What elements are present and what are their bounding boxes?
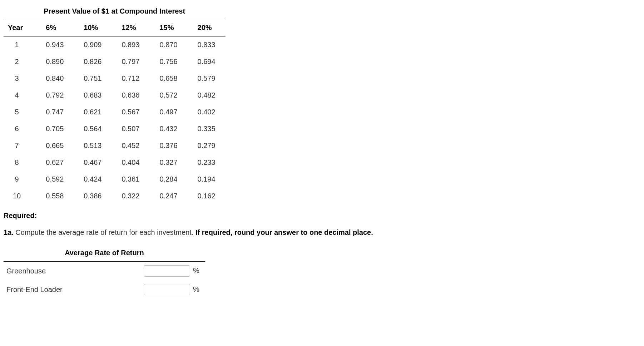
pv-cell: 0.747 <box>36 104 74 120</box>
pv-cell: 0.386 <box>74 188 112 204</box>
arr-label-greenhouse: Greenhouse <box>4 262 141 280</box>
pv-cell: 0.621 <box>74 104 112 120</box>
year-cell: 6 <box>4 120 36 137</box>
arr-table: Average Rate of Return Greenhouse % Fron… <box>4 245 205 299</box>
year-cell: 4 <box>4 87 36 104</box>
pv-col-12: 12% <box>112 19 149 36</box>
pv-cell: 0.572 <box>149 87 187 104</box>
pv-col-20: 20% <box>188 19 226 36</box>
table-row: 70.6650.5130.4520.3760.279 <box>4 137 226 154</box>
front-end-loader-input[interactable] <box>144 284 190 295</box>
pv-cell: 0.683 <box>74 87 112 104</box>
pv-cell: 0.162 <box>188 188 226 204</box>
required-label: Required: <box>4 212 640 220</box>
pv-cell: 0.592 <box>36 171 74 188</box>
pv-cell: 0.756 <box>149 53 187 70</box>
pv-cell: 0.376 <box>149 137 187 154</box>
pv-cell: 0.893 <box>112 36 149 54</box>
year-cell: 10 <box>4 188 36 204</box>
percent-sign: % <box>193 267 199 275</box>
pv-cell: 0.361 <box>112 171 149 188</box>
pv-cell: 0.279 <box>188 137 226 154</box>
pv-cell: 0.833 <box>188 36 226 54</box>
pv-col-year: Year <box>4 19 36 36</box>
pv-cell: 0.404 <box>112 154 149 171</box>
year-cell: 2 <box>4 53 36 70</box>
pv-cell: 0.694 <box>188 53 226 70</box>
pv-cell: 0.497 <box>149 104 187 120</box>
table-row: 80.6270.4670.4040.3270.233 <box>4 154 226 171</box>
year-cell: 1 <box>4 36 36 54</box>
pv-cell: 0.194 <box>188 171 226 188</box>
pv-cell: 0.826 <box>74 53 112 70</box>
pv-table: Present Value of $1 at Compound Interest… <box>4 4 226 204</box>
pv-cell: 0.322 <box>112 188 149 204</box>
pv-cell: 0.751 <box>74 70 112 87</box>
percent-sign: % <box>193 285 199 293</box>
pv-cell: 0.712 <box>112 70 149 87</box>
pv-cell: 0.513 <box>74 137 112 154</box>
year-cell: 8 <box>4 154 36 171</box>
pv-cell: 0.335 <box>188 120 226 137</box>
year-cell: 3 <box>4 70 36 87</box>
pv-cell: 0.507 <box>112 120 149 137</box>
greenhouse-input[interactable] <box>144 265 190 277</box>
table-row: 30.8400.7510.7120.6580.579 <box>4 70 226 87</box>
pv-cell: 0.840 <box>36 70 74 87</box>
arr-table-caption: Average Rate of Return <box>4 245 205 262</box>
pv-headers-row: Year 6% 10% 12% 15% 20% <box>4 19 226 36</box>
year-cell: 9 <box>4 171 36 188</box>
year-cell: 7 <box>4 137 36 154</box>
table-row: 100.5580.3860.3220.2470.162 <box>4 188 226 204</box>
pv-cell: 0.467 <box>74 154 112 171</box>
table-row: 20.8900.8260.7970.7560.694 <box>4 53 226 70</box>
pv-cell: 0.432 <box>149 120 187 137</box>
pv-cell: 0.284 <box>149 171 187 188</box>
pv-col-6: 6% <box>36 19 74 36</box>
pv-table-caption: Present Value of $1 at Compound Interest <box>4 4 226 19</box>
pv-cell: 0.247 <box>149 188 187 204</box>
arr-input-cell: % <box>141 262 205 280</box>
question-bold: If required, round your answer to one de… <box>195 228 373 236</box>
pv-cell: 0.705 <box>36 120 74 137</box>
pv-cell: 0.658 <box>149 70 187 87</box>
question-1a: 1a. Compute the average rate of return f… <box>4 228 640 237</box>
arr-label-front-end-loader: Front-End Loader <box>4 280 141 299</box>
pv-cell: 0.870 <box>149 36 187 54</box>
pv-cell: 0.327 <box>149 154 187 171</box>
pv-cell: 0.564 <box>74 120 112 137</box>
pv-tbody: 10.9430.9090.8930.8700.83320.8900.8260.7… <box>4 36 226 205</box>
pv-cell: 0.636 <box>112 87 149 104</box>
pv-cell: 0.233 <box>188 154 226 171</box>
arr-input-cell: % <box>141 280 205 299</box>
pv-cell: 0.558 <box>36 188 74 204</box>
table-row: 90.5920.4240.3610.2840.194 <box>4 171 226 188</box>
pv-cell: 0.890 <box>36 53 74 70</box>
table-row: 10.9430.9090.8930.8700.833 <box>4 36 226 54</box>
pv-cell: 0.943 <box>36 36 74 54</box>
table-row: 50.7470.6210.5670.4970.402 <box>4 104 226 120</box>
pv-cell: 0.567 <box>112 104 149 120</box>
table-row: 60.7050.5640.5070.4320.335 <box>4 120 226 137</box>
pv-cell: 0.579 <box>188 70 226 87</box>
pv-cell: 0.665 <box>36 137 74 154</box>
pv-cell: 0.424 <box>74 171 112 188</box>
question-body: Compute the average rate of return for e… <box>14 228 195 236</box>
pv-cell: 0.627 <box>36 154 74 171</box>
pv-cell: 0.792 <box>36 87 74 104</box>
year-cell: 5 <box>4 104 36 120</box>
arr-row-front-end-loader: Front-End Loader % <box>4 280 205 299</box>
pv-cell: 0.909 <box>74 36 112 54</box>
pv-col-10: 10% <box>74 19 112 36</box>
pv-cell: 0.452 <box>112 137 149 154</box>
question-number: 1a. <box>4 228 14 236</box>
pv-cell: 0.482 <box>188 87 226 104</box>
pv-col-15: 15% <box>149 19 187 36</box>
table-row: 40.7920.6830.6360.5720.482 <box>4 87 226 104</box>
arr-row-greenhouse: Greenhouse % <box>4 262 205 280</box>
pv-cell: 0.797 <box>112 53 149 70</box>
pv-cell: 0.402 <box>188 104 226 120</box>
